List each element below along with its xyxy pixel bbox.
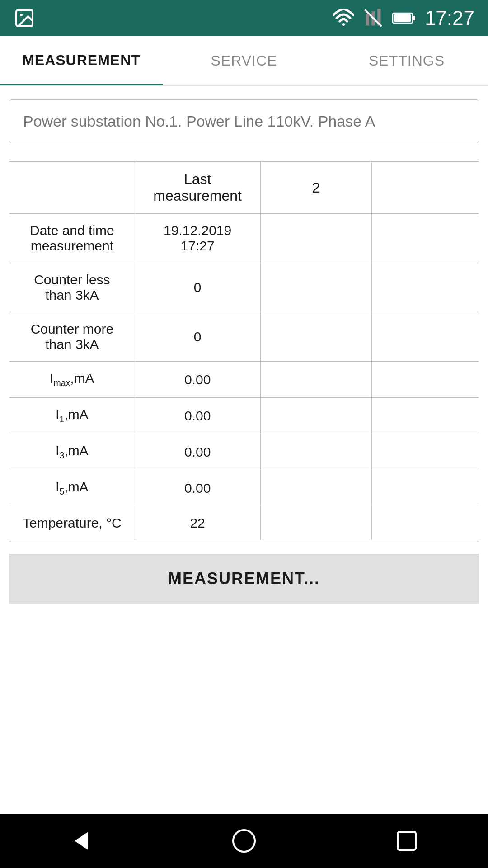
svg-rect-9 (398, 832, 416, 850)
row-label-counter-more: Counter morethan 3kA (9, 312, 135, 362)
row-col4-i1 (372, 398, 479, 434)
row-value-i3: 0.00 (135, 434, 260, 470)
table-row: I3,mA 0.00 (9, 434, 479, 470)
row-col4-i5 (372, 470, 479, 506)
row-col4-i3 (372, 434, 479, 470)
table-row: Imax,mA 0.00 (9, 362, 479, 398)
table-row: Date and timemeasurement 19.12.201917:27 (9, 214, 479, 263)
bottom-nav (0, 814, 488, 868)
row-col3-counter-less (260, 263, 372, 312)
data-table: Last measurement 2 Date and timemeasurem… (9, 161, 479, 540)
substation-input-wrapper[interactable] (9, 99, 479, 143)
status-time: 17:27 (425, 7, 474, 29)
row-value-datetime: 19.12.201917:27 (135, 214, 260, 263)
table-header-col2: Last measurement (135, 162, 260, 214)
svg-rect-6 (394, 14, 411, 22)
row-col3-counter-more (260, 312, 372, 362)
row-value-counter-less: 0 (135, 263, 260, 312)
main-content: Last measurement 2 Date and timemeasurem… (0, 86, 488, 617)
table-row: Counter morethan 3kA 0 (9, 312, 479, 362)
row-label-datetime: Date and timemeasurement (9, 214, 135, 263)
row-value-i5: 0.00 (135, 470, 260, 506)
nav-tabs: MEASUREMENT SERVICE SETTINGS (0, 36, 488, 86)
row-col3-datetime (260, 214, 372, 263)
row-col3-i5 (260, 470, 372, 506)
tab-service[interactable]: SERVICE (163, 36, 325, 85)
tab-settings[interactable]: SETTINGS (325, 36, 488, 85)
svg-point-2 (342, 23, 345, 26)
battery-icon (392, 12, 416, 24)
status-bar: 17:27 (0, 0, 488, 36)
row-label-i5: I5,mA (9, 470, 135, 506)
status-bar-left (14, 7, 35, 29)
row-col4-imax (372, 362, 479, 398)
row-col4-counter-more (372, 312, 479, 362)
status-bar-right: 17:27 (333, 7, 474, 29)
table-header-col1 (9, 162, 135, 214)
row-label-i1: I1,mA (9, 398, 135, 434)
table-row: I1,mA 0.00 (9, 398, 479, 434)
row-col4-counter-less (372, 263, 479, 312)
signal-icon (363, 8, 383, 28)
table-header-col3: 2 (260, 162, 372, 214)
table-row: Temperature, °C 22 (9, 506, 479, 540)
table-header-row: Last measurement 2 (9, 162, 479, 214)
row-label-temperature: Temperature, °C (9, 506, 135, 540)
row-col3-i1 (260, 398, 372, 434)
row-value-counter-more: 0 (135, 312, 260, 362)
row-col4-temperature (372, 506, 479, 540)
table-row: Counter lessthan 3kA 0 (9, 263, 479, 312)
measurement-button[interactable]: MEASUREMENT... (9, 554, 479, 604)
back-button[interactable] (63, 823, 99, 859)
row-value-i1: 0.00 (135, 398, 260, 434)
row-col3-imax (260, 362, 372, 398)
row-col4-datetime (372, 214, 479, 263)
row-col3-i3 (260, 434, 372, 470)
row-value-imax: 0.00 (135, 362, 260, 398)
svg-point-8 (233, 830, 255, 852)
row-col3-temperature (260, 506, 372, 540)
row-label-counter-less: Counter lessthan 3kA (9, 263, 135, 312)
svg-rect-5 (413, 16, 415, 20)
table-header-col4 (372, 162, 479, 214)
tab-measurement[interactable]: MEASUREMENT (0, 36, 163, 85)
gallery-icon (14, 7, 35, 29)
substation-input[interactable] (23, 113, 465, 130)
home-button[interactable] (226, 823, 262, 859)
svg-marker-7 (75, 832, 88, 850)
row-value-temperature: 22 (135, 506, 260, 540)
svg-point-1 (20, 14, 23, 16)
table-row: I5,mA 0.00 (9, 470, 479, 506)
recents-button[interactable] (389, 823, 425, 859)
row-label-imax: Imax,mA (9, 362, 135, 398)
wifi-icon (333, 9, 354, 27)
row-label-i3: I3,mA (9, 434, 135, 470)
